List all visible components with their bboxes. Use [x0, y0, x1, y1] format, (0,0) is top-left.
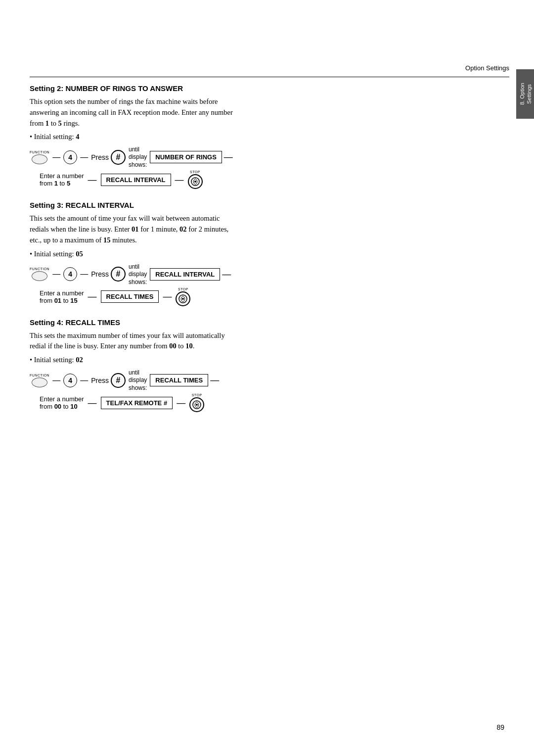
setting2-diagram-row1: FUNCTION — 4 — Press # until displa: [30, 146, 507, 168]
setting2-body3-end: rings.: [62, 119, 80, 127]
hash-button-s4[interactable]: #: [111, 373, 126, 388]
enter-number-s2: Enter a number from 1 to 5: [40, 172, 84, 187]
function-label-s2: FUNCTION: [30, 150, 49, 154]
divider2: [30, 308, 507, 318]
setting2-bold1: 1: [45, 119, 49, 127]
setting2-title: Setting 2: NUMBER OF RINGS TO ANSWER: [30, 84, 507, 93]
stop-button-s3[interactable]: STOP: [176, 287, 190, 306]
display-box-s4: RECALL TIMES: [150, 374, 208, 386]
display-col-s2: until display shows:: [129, 146, 147, 168]
function-button-s3[interactable]: FUNCTION: [30, 267, 49, 281]
stop-label-s2: STOP: [190, 170, 200, 174]
setting2-diagram-row2: Enter a number from 1 to 5 — RECALL INTE…: [30, 170, 507, 189]
shows-label-s2: shows:: [129, 161, 147, 168]
arrow-s2: —: [224, 152, 233, 162]
header-title: Option Settings: [465, 64, 509, 72]
stop-icon-s4: [192, 400, 202, 410]
divider1: [30, 191, 507, 201]
svg-point-1: [194, 181, 196, 183]
page-number: 89: [496, 723, 504, 731]
stop-circle-s2[interactable]: [188, 174, 203, 189]
setting3-diagram-row1: FUNCTION — 4 — Press # until display sho…: [30, 263, 507, 285]
hash-button-s2[interactable]: #: [111, 150, 126, 165]
hash-button-s3[interactable]: #: [111, 267, 126, 282]
dash1-s2: —: [52, 153, 60, 162]
stop-button-s4[interactable]: STOP: [189, 393, 204, 412]
setting4-diagram: FUNCTION — 4 — Press # until display sho…: [30, 369, 507, 412]
number-button-s4[interactable]: 4: [63, 374, 77, 387]
arrow3-s2: —: [175, 175, 184, 185]
stop-button-s2[interactable]: STOP: [188, 170, 203, 189]
dash2-s2: —: [80, 153, 88, 162]
setting4-section: Setting 4: RECALL TIMES This sets the ma…: [30, 318, 507, 413]
display-label-s2: display: [129, 153, 147, 160]
setting2-initial: • Initial setting: 4: [30, 133, 507, 141]
setting2-body: This option sets the number of rings the…: [30, 96, 507, 129]
function-button-s4[interactable]: FUNCTION: [30, 374, 49, 387]
setting3-initial: • Initial setting: 05: [30, 250, 507, 258]
side-tab-text1: 8. Option: [519, 83, 525, 105]
side-tab-text2: Settings: [526, 84, 532, 104]
svg-point-5: [196, 404, 198, 406]
setting2-body3-mid: to: [49, 119, 58, 127]
svg-point-3: [182, 298, 184, 300]
stop-icon-s2: [190, 177, 200, 187]
setting4-title: Setting 4: RECALL TIMES: [30, 318, 507, 327]
setting3-body: This sets the amount of time your fax wi…: [30, 213, 507, 245]
setting2-body2: answering an incoming call in FAX recept…: [30, 108, 233, 116]
second-box-s2: RECALL INTERVAL: [101, 174, 171, 186]
setting3-title: Setting 3: RECALL INTERVAL: [30, 201, 507, 209]
setting4-diagram-row1: FUNCTION — 4 — Press # until display sho…: [30, 369, 507, 391]
press-label-s2: Press: [91, 153, 109, 161]
function-oval-s2[interactable]: [32, 154, 47, 164]
function-button-s2[interactable]: FUNCTION: [30, 150, 49, 164]
setting2-section: Setting 2: NUMBER OF RINGS TO ANSWER Thi…: [30, 84, 507, 189]
setting2-body3-pre: from: [30, 119, 45, 127]
stop-icon-s3: [178, 294, 188, 304]
main-content: Setting 2: NUMBER OF RINGS TO ANSWER Thi…: [30, 84, 507, 414]
number-button-s3[interactable]: 4: [63, 267, 77, 281]
setting2-diagram: FUNCTION — 4 — Press # until displa: [30, 146, 507, 189]
top-rule: [30, 77, 509, 77]
side-tab: 8. Option Settings: [516, 69, 534, 119]
second-box-s3: RECALL TIMES: [101, 290, 159, 303]
setting4-initial: • Initial setting: 02: [30, 356, 507, 364]
setting4-body: This sets the maximum number of times yo…: [30, 331, 507, 352]
number-button-s2[interactable]: 4: [63, 150, 77, 164]
display-box-s3: RECALL INTERVAL: [150, 268, 220, 281]
page-header: Option Settings: [465, 64, 509, 72]
display-box-s2: NUMBER OF RINGS: [150, 151, 222, 163]
setting2-body1: This option sets the number of rings the…: [30, 97, 218, 105]
setting3-diagram-row2: Enter a number from 01 to 15 — RECALL TI…: [30, 287, 507, 306]
setting2-bold2: 5: [58, 119, 62, 127]
setting3-diagram: FUNCTION — 4 — Press # until display sho…: [30, 263, 507, 306]
setting3-section: Setting 3: RECALL INTERVAL This sets the…: [30, 201, 507, 306]
setting4-diagram-row2: Enter a number from 00 to 10 — TEL/FAX R…: [30, 393, 507, 412]
until-label-s2: until: [129, 146, 139, 153]
arrow2-s2: —: [88, 175, 97, 185]
second-box-s4: TEL/FAX REMOTE #: [101, 397, 173, 409]
